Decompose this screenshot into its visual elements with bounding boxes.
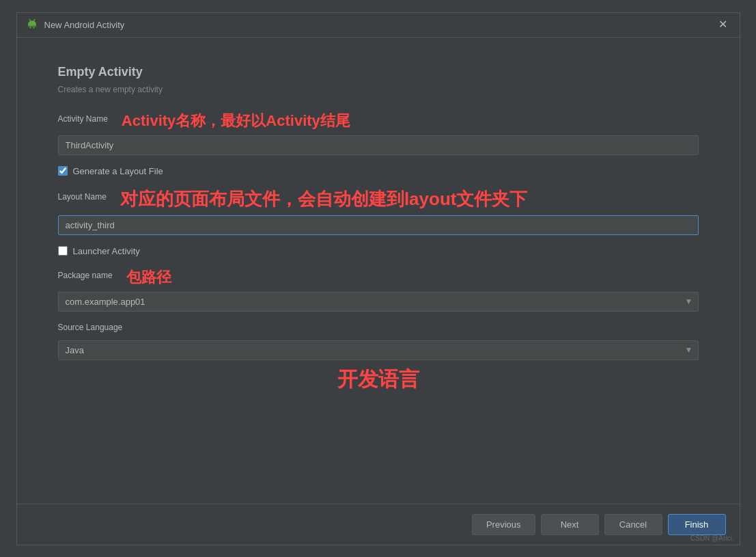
activity-name-group: Activity Name Activity名称，最好以Activity结尾 bbox=[58, 111, 699, 155]
close-button[interactable]: ✕ bbox=[714, 18, 731, 31]
generate-layout-label[interactable]: Generate a Layout File bbox=[73, 166, 163, 176]
source-language-label: Source Language bbox=[58, 323, 123, 332]
launcher-activity-row: Launcher Activity bbox=[58, 246, 699, 256]
title-bar-left: New Android Activity bbox=[25, 18, 125, 31]
svg-line-2 bbox=[29, 19, 30, 21]
dialog-window: New Android Activity ✕ Empty Activity Cr… bbox=[16, 12, 740, 545]
section-subtitle: Creates a new empty activity bbox=[58, 85, 699, 94]
package-name-annotation: 包路径 bbox=[126, 267, 171, 288]
activity-name-input[interactable] bbox=[58, 135, 699, 155]
layout-name-group: Layout Name 对应的页面布局文件，会自动创建到layout文件夹下 bbox=[58, 187, 699, 235]
previous-button[interactable]: Previous bbox=[472, 514, 535, 535]
android-icon bbox=[25, 18, 39, 31]
layout-name-annotation: 对应的页面布局文件，会自动创建到layout文件夹下 bbox=[120, 187, 528, 211]
dialog-content: Empty Activity Creates a new empty activ… bbox=[17, 38, 740, 504]
svg-rect-0 bbox=[29, 27, 31, 29]
layout-name-input[interactable] bbox=[58, 215, 699, 235]
launcher-activity-checkbox[interactable] bbox=[58, 246, 68, 256]
title-bar: New Android Activity ✕ bbox=[17, 13, 740, 38]
source-language-select[interactable]: Java Kotlin bbox=[58, 340, 699, 360]
source-language-label-row: Source Language bbox=[58, 323, 699, 336]
activity-name-label: Activity Name bbox=[58, 114, 108, 124]
package-name-label-row: Package name 包路径 bbox=[58, 267, 699, 288]
activity-name-label-row: Activity Name Activity名称，最好以Activity结尾 bbox=[58, 111, 699, 131]
source-language-group: Source Language Java Kotlin ▼ 开发语言 bbox=[58, 323, 699, 394]
launcher-activity-label[interactable]: Launcher Activity bbox=[73, 246, 140, 256]
package-name-group: Package name 包路径 com.example.app01 ▼ bbox=[58, 267, 699, 312]
layout-name-label-row: Layout Name 对应的页面布局文件，会自动创建到layout文件夹下 bbox=[58, 187, 699, 211]
watermark-text: CSDN @Arici. bbox=[690, 534, 734, 542]
next-button[interactable]: Next bbox=[541, 514, 599, 535]
package-name-label: Package name bbox=[58, 271, 113, 280]
svg-rect-1 bbox=[33, 27, 34, 29]
section-title: Empty Activity bbox=[58, 65, 699, 79]
dialog-footer: Previous Next Cancel Finish CSDN @Arici. bbox=[17, 504, 740, 545]
activity-name-annotation: Activity名称，最好以Activity结尾 bbox=[122, 111, 350, 131]
finish-button[interactable]: Finish bbox=[668, 514, 726, 535]
cancel-button[interactable]: Cancel bbox=[604, 514, 662, 535]
source-language-annotation: 开发语言 bbox=[58, 366, 699, 394]
layout-name-label: Layout Name bbox=[58, 192, 107, 202]
dialog-title: New Android Activity bbox=[44, 20, 125, 30]
source-language-wrapper: Java Kotlin ▼ bbox=[58, 340, 699, 360]
generate-layout-row: Generate a Layout File bbox=[58, 166, 699, 176]
package-name-wrapper: com.example.app01 ▼ bbox=[58, 292, 699, 312]
svg-line-3 bbox=[33, 19, 35, 21]
package-name-select[interactable]: com.example.app01 bbox=[58, 292, 699, 312]
generate-layout-checkbox[interactable] bbox=[58, 166, 68, 176]
